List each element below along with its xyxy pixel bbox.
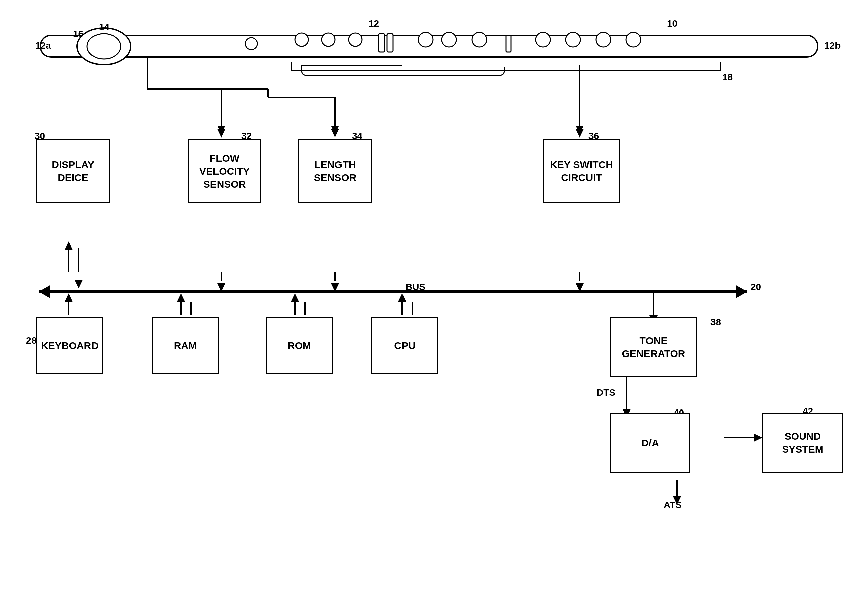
svg-point-2 [87, 34, 121, 59]
svg-point-14 [566, 32, 580, 47]
svg-rect-8 [387, 34, 393, 52]
svg-point-13 [536, 32, 550, 47]
flow-velocity-sensor-box: FLOWVELOCITYSENSOR [188, 139, 262, 203]
keyboard-box: KEYBOARD [36, 317, 103, 374]
tone-generator-box: TONEGENERATOR [610, 317, 697, 377]
svg-marker-42 [217, 129, 225, 138]
display-device-box: DISPLAY DEICE [36, 139, 110, 203]
svg-point-3 [245, 38, 257, 50]
ref-12b: 12b [824, 40, 840, 51]
svg-point-6 [349, 33, 362, 46]
length-sensor-box: LENGTHSENSOR [298, 139, 372, 203]
sound-system-box: SOUNDSYSTEM [762, 413, 843, 473]
bus-label: BUS [406, 282, 425, 292]
svg-marker-35 [75, 280, 83, 289]
svg-marker-46 [65, 293, 73, 302]
svg-point-4 [295, 33, 308, 46]
svg-point-5 [322, 33, 335, 46]
ref-12: 12 [369, 18, 379, 29]
svg-marker-43 [331, 129, 339, 138]
ref-18: 18 [722, 72, 733, 83]
cpu-box: CPU [371, 317, 438, 374]
svg-rect-12 [506, 35, 511, 52]
ref-16: 16 [73, 29, 83, 39]
ref-38: 38 [710, 317, 721, 328]
svg-marker-33 [65, 241, 73, 250]
svg-marker-44 [576, 129, 584, 138]
svg-point-15 [596, 32, 611, 47]
da-box: D/A [610, 413, 690, 473]
ref-20: 20 [751, 282, 761, 292]
rom-box: ROM [266, 317, 333, 374]
svg-marker-56 [398, 293, 406, 302]
ref-12a: 12a [35, 40, 51, 51]
ats-label: ATS [664, 500, 682, 510]
svg-point-9 [418, 32, 433, 47]
svg-rect-7 [379, 34, 385, 52]
key-switch-circuit-box: KEY SWITCHCIRCUIT [543, 139, 620, 203]
svg-point-11 [472, 32, 487, 47]
svg-marker-48 [177, 293, 185, 302]
dts-label: DTS [597, 387, 615, 398]
ref-14: 14 [99, 22, 109, 32]
ref-10: 10 [667, 18, 677, 29]
svg-marker-64 [754, 434, 762, 442]
svg-point-10 [442, 32, 456, 47]
svg-point-16 [626, 32, 641, 47]
svg-marker-52 [291, 293, 299, 302]
ref-28: 28 [26, 335, 37, 346]
ram-box: RAM [152, 317, 219, 374]
